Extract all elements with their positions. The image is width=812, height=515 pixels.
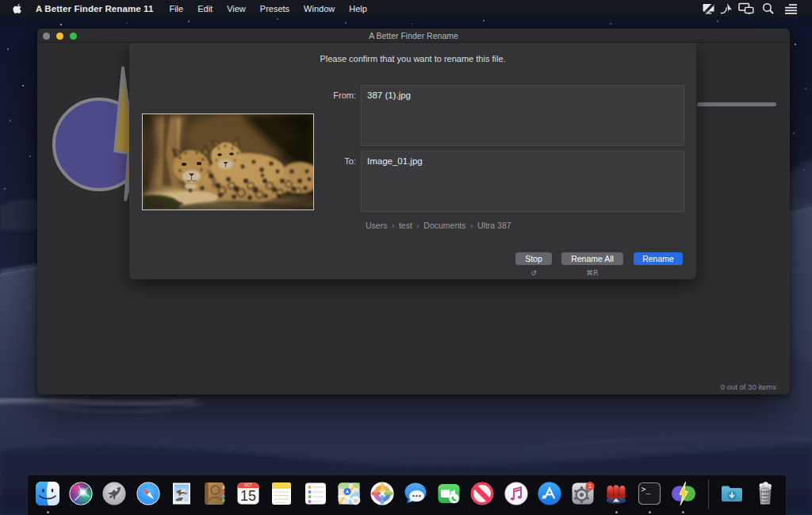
displays-icon[interactable] bbox=[738, 2, 754, 14]
window-titlebar[interactable]: A Better Finder Rename bbox=[37, 29, 790, 43]
maps-3d-label: 3D bbox=[353, 498, 358, 503]
from-field[interactable]: 387 (1).jpg bbox=[361, 85, 684, 146]
dock-maps[interactable]: 3D bbox=[336, 481, 362, 506]
close-button[interactable] bbox=[43, 33, 50, 40]
dock-itunes[interactable] bbox=[504, 481, 529, 506]
running-indicator bbox=[649, 511, 651, 513]
dock-system-preferences[interactable]: 1 bbox=[570, 481, 596, 506]
dock-safari[interactable] bbox=[136, 481, 161, 506]
dock-finder[interactable] bbox=[35, 481, 60, 506]
menu-help[interactable]: Help bbox=[349, 4, 367, 13]
dock-contacts[interactable] bbox=[202, 481, 228, 506]
breadcrumb-separator: › bbox=[392, 221, 395, 230]
menu-presets[interactable]: Presets bbox=[260, 4, 289, 13]
minimize-button[interactable] bbox=[56, 33, 63, 40]
dock-downloads-folder[interactable] bbox=[719, 481, 745, 506]
stop-button[interactable]: Stop bbox=[515, 252, 552, 265]
sheet-buttons: Stop Rename All Rename bbox=[129, 252, 696, 265]
terminal-prompt-glyph: >_ bbox=[642, 485, 652, 494]
running-indicator bbox=[615, 511, 618, 513]
breadcrumb-test[interactable]: test bbox=[399, 221, 412, 230]
dock-separator bbox=[708, 479, 709, 509]
menu-bar: A Better Finder Rename 11 File Edit View… bbox=[0, 0, 812, 17]
rename-all-button[interactable]: Rename All bbox=[561, 252, 623, 265]
dock-prohibited-app[interactable] bbox=[469, 481, 495, 506]
screen-sharing-icon[interactable] bbox=[702, 2, 715, 14]
stop-shortcut-hint: ↺ bbox=[515, 269, 552, 277]
dock-app-store[interactable] bbox=[537, 481, 562, 506]
menu-file[interactable]: File bbox=[169, 4, 183, 13]
breadcrumb: Users›test›Documents›Ultra 387 bbox=[366, 221, 511, 230]
notification-list-icon[interactable] bbox=[784, 2, 798, 14]
dock-photos[interactable] bbox=[370, 481, 395, 506]
running-indicator bbox=[47, 511, 49, 513]
zoom-button[interactable] bbox=[70, 33, 77, 40]
breadcrumb-ultra-387[interactable]: Ultra 387 bbox=[477, 221, 511, 230]
apple-menu[interactable] bbox=[13, 3, 22, 14]
running-indicator bbox=[682, 511, 684, 513]
rename-confirm-sheet: Please confirm that you want to rename t… bbox=[129, 43, 696, 279]
dock-notes[interactable] bbox=[269, 481, 294, 506]
items-status: 0 out of 30 items bbox=[721, 382, 776, 391]
menu-app-name[interactable]: A Better Finder Rename 11 bbox=[36, 4, 153, 13]
rename-button[interactable]: Rename bbox=[634, 252, 683, 265]
preferences-badge-count: 1 bbox=[588, 482, 592, 490]
apple-icon bbox=[13, 3, 22, 14]
remote-pointer-icon[interactable] bbox=[720, 2, 733, 14]
rename-all-shortcut-hint: ⌘R bbox=[561, 269, 623, 277]
dock-siri[interactable] bbox=[68, 481, 94, 506]
horizontal-scrollbar[interactable] bbox=[697, 102, 776, 106]
dock: OCT 15 bbox=[27, 475, 787, 515]
window-title: A Better Finder Rename bbox=[37, 29, 790, 43]
sheet-message: Please confirm that you want to rename t… bbox=[129, 54, 696, 63]
dock-facetime[interactable] bbox=[436, 481, 462, 506]
screen: A Better Finder Rename 11 File Edit View… bbox=[0, 0, 812, 515]
menu-bar-status-icons bbox=[702, 2, 812, 14]
breadcrumb-users[interactable]: Users bbox=[366, 221, 387, 230]
dock-launchpad[interactable] bbox=[102, 481, 127, 506]
abfr-window: A Better Finder Rename 0 out of 30 items… bbox=[37, 29, 790, 394]
spotlight-search-icon[interactable] bbox=[762, 2, 774, 14]
menu-items: File Edit View Presets Window Help bbox=[155, 4, 366, 13]
breadcrumb-separator: › bbox=[416, 221, 419, 230]
dock-trash[interactable] bbox=[753, 481, 778, 506]
from-label: From: bbox=[293, 90, 356, 100]
to-label: To: bbox=[293, 156, 356, 166]
dock-better-finder-rename[interactable] bbox=[671, 481, 696, 506]
to-field[interactable]: Image_01.jpg bbox=[361, 151, 684, 212]
menu-window[interactable]: Window bbox=[304, 4, 335, 13]
menu-view[interactable]: View bbox=[227, 4, 246, 13]
dock-reminders[interactable] bbox=[303, 481, 328, 506]
dock-calendar[interactable]: OCT 15 bbox=[236, 481, 261, 506]
calendar-month-label: OCT bbox=[244, 483, 252, 487]
dock-mail[interactable] bbox=[169, 481, 194, 506]
calendar-day-label: 15 bbox=[240, 488, 256, 504]
dock-terminal[interactable]: >_ bbox=[637, 481, 662, 506]
dock-front-row[interactable] bbox=[603, 481, 629, 506]
menu-edit[interactable]: Edit bbox=[197, 4, 213, 13]
window-content: 0 out of 30 items Please confirm that yo… bbox=[37, 43, 790, 394]
breadcrumb-separator: › bbox=[470, 221, 473, 230]
dock-messages[interactable] bbox=[403, 481, 428, 506]
file-preview-thumbnail bbox=[142, 113, 314, 210]
breadcrumb-documents[interactable]: Documents bbox=[423, 221, 465, 230]
